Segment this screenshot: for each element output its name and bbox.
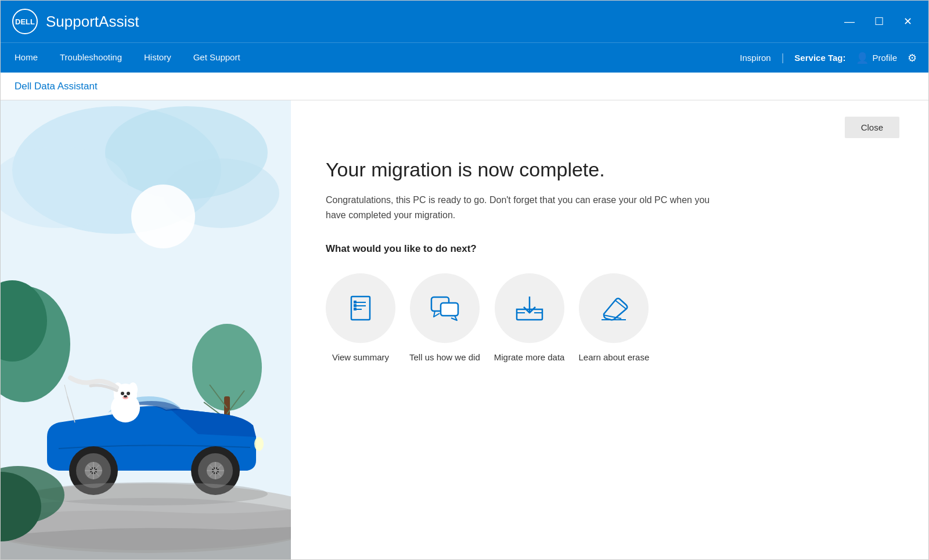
view-summary-icon <box>345 293 376 323</box>
profile-icon: 👤 <box>856 52 869 64</box>
migration-title: Your migration is now complete. <box>326 158 894 181</box>
svg-point-39 <box>35 482 268 505</box>
nav-bar: Home Troubleshooting History Get Support… <box>1 42 928 73</box>
svg-point-42 <box>254 437 264 451</box>
tell-us-label: Tell us how we did <box>409 352 480 362</box>
close-button[interactable]: Close <box>845 117 899 138</box>
app-title: SupportAssist <box>46 13 139 31</box>
migrate-more-circle <box>495 273 564 343</box>
svg-rect-51 <box>354 308 357 310</box>
settings-icon[interactable]: ⚙ <box>908 52 917 64</box>
action-card-tell-us[interactable]: Tell us how we did <box>409 273 480 362</box>
svg-rect-50 <box>354 304 357 307</box>
maximize-button[interactable]: ☐ <box>870 14 888 29</box>
action-cards: View summary Tell us how we did <box>326 273 894 362</box>
svg-point-35 <box>121 392 124 395</box>
minimize-button[interactable]: — <box>840 14 859 29</box>
main-content: Close Your migration is now complete. Co… <box>1 100 928 560</box>
title-bar: DELL SupportAssist — ☐ ✕ <box>1 1 928 42</box>
migrate-more-label: Migrate more data <box>494 352 565 362</box>
device-name: Inspiron <box>740 53 770 63</box>
window-controls: — ☐ ✕ <box>840 14 917 29</box>
svg-rect-53 <box>441 303 458 316</box>
sub-header: Dell Data Assistant <box>1 73 928 100</box>
nav-item-troubleshooting[interactable]: Troubleshooting <box>57 43 124 73</box>
learn-erase-label: Learn about erase <box>578 352 649 362</box>
svg-rect-49 <box>354 301 357 304</box>
action-card-learn-erase[interactable]: Learn about erase <box>578 273 649 362</box>
learn-erase-icon <box>597 293 631 323</box>
view-summary-circle <box>326 273 395 343</box>
dell-logo: DELL <box>12 9 38 34</box>
view-summary-label: View summary <box>332 352 389 362</box>
migration-desc: Congratulations, this PC is ready to go.… <box>326 193 721 222</box>
learn-erase-circle <box>579 273 649 343</box>
nav-items: Home Troubleshooting History Get Support <box>12 43 243 73</box>
illustration-panel <box>1 100 291 560</box>
sub-header-title: Dell Data Assistant <box>15 81 98 92</box>
migrate-more-icon <box>513 293 546 323</box>
content-panel: Close Your migration is now complete. Co… <box>291 100 928 560</box>
tell-us-circle <box>410 273 480 343</box>
svg-point-36 <box>127 392 130 395</box>
profile-area[interactable]: 👤 Profile <box>856 52 897 64</box>
svg-line-58 <box>615 300 626 309</box>
service-tag-label: Service Tag: <box>794 53 845 63</box>
svg-point-38 <box>124 395 127 398</box>
nav-right: Inspiron | Service Tag: 👤 Profile ⚙ <box>740 52 917 64</box>
window-close-button[interactable]: ✕ <box>899 14 917 29</box>
title-bar-left: DELL SupportAssist <box>12 9 139 34</box>
next-label: What would you like to do next? <box>326 243 894 255</box>
action-card-migrate-more[interactable]: Migrate more data <box>494 273 565 362</box>
profile-label: Profile <box>872 53 897 63</box>
nav-item-get-support[interactable]: Get Support <box>191 43 243 73</box>
nav-separator: | <box>782 52 784 64</box>
svg-point-5 <box>131 185 195 248</box>
nav-item-history[interactable]: History <box>142 43 174 73</box>
nav-item-home[interactable]: Home <box>12 43 40 73</box>
tell-us-icon <box>429 292 460 324</box>
action-card-view-summary[interactable]: View summary <box>326 273 395 362</box>
